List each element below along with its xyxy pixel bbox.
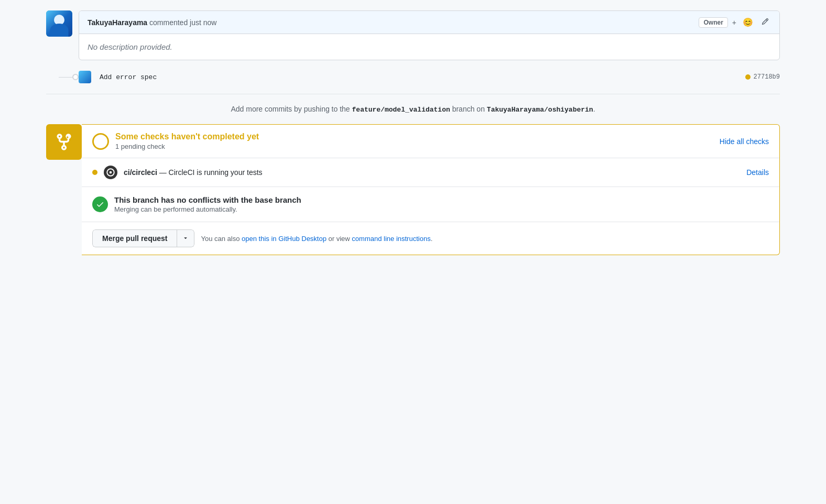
- sha-value[interactable]: 27718b9: [754, 73, 780, 81]
- avatar: [46, 10, 72, 37]
- no-conflict-row: This branch has no conflicts with the ba…: [82, 187, 779, 222]
- checks-box: Some checks haven't completed yet 1 pend…: [82, 124, 780, 255]
- merge-or-text: or view: [327, 235, 352, 243]
- circleci-icon: [106, 168, 115, 177]
- checks-subtitle: 1 pending check: [115, 143, 259, 150]
- merge-extra-suffix: .: [431, 235, 433, 243]
- add-reaction-button[interactable]: 😊: [741, 16, 755, 28]
- svg-point-1: [110, 171, 112, 174]
- checks-title-group: Some checks haven't completed yet 1 pend…: [92, 132, 259, 150]
- push-info: Add more commits by pushing to the featu…: [46, 105, 780, 114]
- sha-status-dot: [745, 74, 751, 80]
- comment-box: TakuyaHarayama commented just now Owner …: [79, 10, 780, 60]
- push-middle: branch on: [450, 105, 487, 113]
- commit-message[interactable]: Add error spec: [100, 73, 741, 81]
- merge-row: Merge pull request You can also open thi…: [82, 222, 779, 255]
- open-github-desktop-link[interactable]: open this in GitHub Desktop: [242, 235, 327, 243]
- comment-author[interactable]: TakuyaHarayama: [88, 18, 147, 27]
- checks-title: Some checks haven't completed yet: [115, 132, 259, 141]
- checks-container: Some checks haven't completed yet 1 pend…: [46, 124, 780, 255]
- ci-details-link[interactable]: Details: [746, 168, 769, 177]
- ci-left: ci/circleci — CircleCI is running your t…: [92, 166, 263, 179]
- edit-comment-button[interactable]: [759, 17, 771, 28]
- merge-extra-prefix: You can also: [201, 235, 242, 243]
- merge-pull-request-button[interactable]: Merge pull request: [92, 229, 177, 247]
- no-conflict-text: This branch has no conflicts with the ba…: [114, 195, 301, 213]
- commit-connector: [59, 74, 79, 80]
- dropdown-chevron-icon: [182, 235, 189, 241]
- ci-status-dot: [92, 170, 97, 175]
- merge-icon: [55, 133, 73, 151]
- plus-sign: +: [732, 18, 736, 27]
- no-conflict-title: This branch has no conflicts with the ba…: [114, 195, 301, 204]
- commit-line: [59, 77, 72, 78]
- pending-circle-icon: [92, 133, 109, 150]
- repo-name: TakuyaHarayama/oshiyaberin: [487, 106, 593, 114]
- command-line-instructions-link[interactable]: command line instructions: [352, 235, 430, 243]
- page-container: TakuyaHarayama commented just now Owner …: [46, 10, 780, 255]
- hide-all-checks-link[interactable]: Hide all checks: [720, 137, 769, 146]
- push-suffix: .: [593, 105, 595, 113]
- checkmark-icon: [96, 200, 104, 209]
- merge-extra-text: You can also open this in GitHub Desktop…: [201, 235, 432, 243]
- commit-row: Add error spec 27718b9: [79, 71, 780, 83]
- ci-text: ci/circleci — CircleCI is running your t…: [124, 168, 263, 177]
- merge-dropdown-button[interactable]: [177, 229, 194, 247]
- commit-sha: 27718b9: [745, 73, 780, 81]
- section-divider: [46, 94, 780, 94]
- merge-button-group: Merge pull request: [92, 229, 194, 247]
- merge-icon-box: [46, 124, 82, 160]
- commit-avatar: [79, 71, 91, 83]
- branch-name: feature/model_validation: [352, 106, 450, 114]
- comment-meta: TakuyaHarayama commented just now: [88, 18, 216, 27]
- comment-section: TakuyaHarayama commented just now Owner …: [46, 10, 780, 60]
- avatar-image: [46, 10, 72, 37]
- comment-body-text: No description provided.: [88, 42, 172, 51]
- circleci-logo: [104, 166, 117, 179]
- ci-row: ci/circleci — CircleCI is running your t…: [82, 158, 779, 187]
- commit-dot: [72, 74, 79, 80]
- comment-header: TakuyaHarayama commented just now Owner …: [79, 11, 779, 34]
- push-prefix: Add more commits by pushing to the: [231, 105, 352, 113]
- checks-title-text: Some checks haven't completed yet 1 pend…: [115, 132, 259, 150]
- comment-timestamp: commented just now: [149, 18, 216, 27]
- comment-body: No description provided.: [79, 34, 779, 60]
- checks-header: Some checks haven't completed yet 1 pend…: [82, 125, 779, 158]
- owner-badge: Owner: [699, 17, 727, 28]
- ci-name: ci/circleci: [124, 168, 157, 177]
- green-check-icon: [92, 196, 108, 212]
- comment-actions: Owner + 😊: [699, 16, 771, 28]
- no-conflict-subtitle: Merging can be performed automatically.: [114, 205, 301, 213]
- ci-description: — CircleCI is running your tests: [159, 168, 263, 177]
